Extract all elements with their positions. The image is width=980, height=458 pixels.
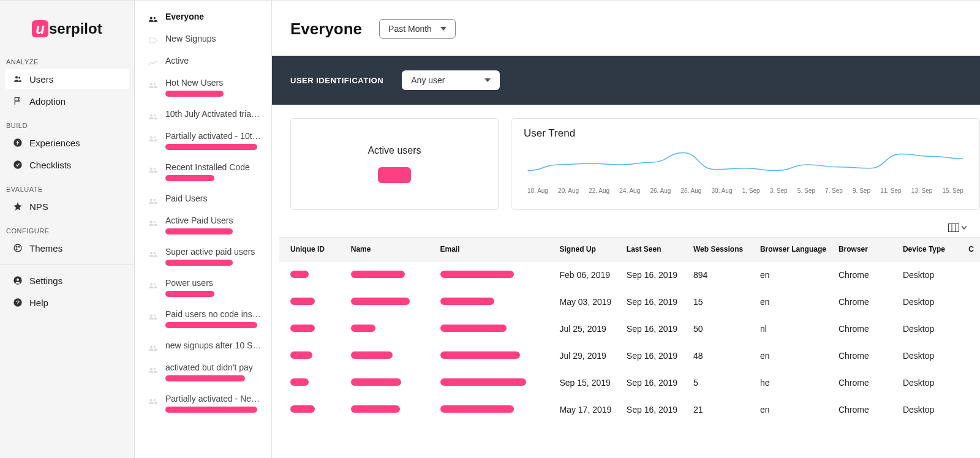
main-content: Everyone Past Month USER IDENTIFICATION … — [272, 1, 980, 458]
user-trend-card: User Trend 18. Aug20. Aug22. Aug24. Aug2… — [511, 118, 980, 210]
segment-item[interactable]: Power users — [135, 272, 271, 303]
x-tick: 3. Sep — [770, 187, 788, 194]
nav-item-adoption[interactable]: Adoption — [5, 91, 129, 111]
last-seen-cell: Sep 16, 2019 — [620, 315, 687, 342]
segment-icon — [148, 218, 158, 224]
chevron-down-icon — [440, 27, 447, 31]
segment-icon — [148, 312, 158, 318]
bolt-icon — [12, 137, 23, 148]
segment-label: New Signups — [165, 34, 262, 43]
table-row[interactable]: May 17, 2019 Sep 16, 2019 21 en Chrome D… — [279, 396, 980, 423]
browser-language-cell: en — [754, 396, 832, 423]
device-type-cell: Desktop — [897, 315, 962, 342]
segment-item[interactable]: Paid users no code installed — [135, 303, 271, 334]
segment-item[interactable]: Hot New Users — [135, 72, 271, 103]
table-header-cell[interactable]: Signed Up — [554, 238, 620, 261]
table-row[interactable]: Jul 29, 2019 Sep 16, 2019 48 en Chrome D… — [279, 342, 980, 369]
filter-bar: USER IDENTIFICATION Any user — [272, 56, 980, 105]
segment-item[interactable]: New Signups — [135, 28, 271, 50]
users-table-wrap[interactable]: Unique IDNameEmailSigned UpLast SeenWeb … — [272, 237, 980, 423]
redacted-cell — [440, 298, 494, 305]
x-tick: 7. Sep — [825, 187, 843, 194]
segment-label: Hot New Users — [165, 78, 262, 88]
table-header-cell[interactable]: C — [962, 238, 980, 261]
segment-item[interactable]: Super active paid users — [135, 241, 271, 272]
segment-item[interactable]: 10th July Activated trialists — [135, 103, 271, 125]
trend-x-axis: 18. Aug20. Aug22. Aug24. Aug26. Aug28. A… — [524, 187, 967, 194]
signed-up-cell: Feb 06, 2019 — [554, 261, 620, 289]
browser-cell: Chrome — [832, 315, 897, 342]
nav-section-analyze: ANALYZE — [0, 54, 134, 68]
date-range-dropdown[interactable]: Past Month — [379, 19, 456, 39]
browser-cell: Chrome — [832, 288, 897, 315]
logo-text: serpilot — [49, 20, 102, 37]
web-sessions-cell: 15 — [687, 288, 754, 315]
table-row[interactable]: Sep 15, 2019 Sep 16, 2019 5 he Chrome De… — [279, 369, 980, 396]
redacted-cell — [351, 351, 393, 359]
svg-point-27 — [154, 252, 156, 254]
segment-item[interactable]: Partially activated - 10th Jul... — [135, 125, 271, 156]
segment-item[interactable]: new signups after 10 Septe... — [135, 334, 271, 356]
table-header-cell[interactable]: Email — [434, 238, 554, 261]
user-identification-dropdown[interactable]: Any user — [402, 70, 500, 90]
browser-language-cell: en — [754, 288, 832, 315]
x-tick: 24. Aug — [619, 187, 640, 194]
check-circle-icon — [12, 159, 23, 170]
active-users-value-redacted — [378, 167, 411, 183]
last-seen-cell: Sep 16, 2019 — [620, 342, 687, 369]
flag-icon — [12, 96, 23, 107]
segment-item[interactable]: activated but didn't pay — [135, 356, 271, 388]
segment-item[interactable]: Paid Users — [135, 187, 271, 209]
nav-label: Experiences — [29, 138, 80, 148]
segment-label: Super active paid users — [165, 247, 262, 257]
star-icon — [12, 201, 23, 212]
date-range-value: Past Month — [388, 24, 432, 34]
user-circle-icon — [12, 275, 23, 286]
nav-item-themes[interactable]: Themes — [5, 238, 129, 258]
table-header-cell[interactable]: Unique ID — [279, 238, 345, 261]
segment-item[interactable]: Everyone — [135, 6, 271, 28]
browser-language-cell: he — [754, 369, 832, 396]
nav-item-experiences[interactable]: Experiences — [5, 133, 129, 152]
segment-label: Partially activated - Never su... — [165, 394, 262, 404]
segment-icon — [148, 58, 158, 64]
segment-item[interactable]: Recent Installed Code — [135, 156, 271, 187]
svg-point-5 — [16, 246, 17, 247]
svg-point-21 — [154, 168, 156, 170]
filter-label: USER IDENTIFICATION — [290, 76, 383, 85]
filter-value: Any user — [411, 75, 445, 85]
svg-point-16 — [150, 114, 153, 116]
svg-point-24 — [150, 220, 153, 223]
table-header-cell[interactable]: Name — [345, 238, 434, 261]
table-row[interactable]: Feb 06, 2019 Sep 16, 2019 894 en Chrome … — [279, 261, 980, 289]
web-sessions-cell: 894 — [687, 261, 754, 289]
table-header-row: Unique IDNameEmailSigned UpLast SeenWeb … — [279, 238, 980, 261]
nav-item-settings[interactable]: Settings — [5, 271, 129, 290]
columns-toggle[interactable] — [948, 223, 967, 232]
svg-point-1 — [18, 77, 20, 78]
table-header-cell[interactable]: Web Sessions — [687, 238, 754, 261]
redacted-cell — [290, 325, 315, 332]
nav-label: Themes — [29, 243, 62, 253]
nav-item-users[interactable]: Users — [5, 69, 129, 89]
table-header-cell[interactable]: Browser — [832, 238, 897, 261]
trend-line-chart — [524, 142, 967, 185]
nav-item-help[interactable]: ? Help — [5, 293, 129, 312]
svg-point-4 — [14, 244, 21, 252]
segment-item[interactable]: Active — [135, 50, 271, 72]
segment-item[interactable]: Partially activated - Never su... — [135, 388, 271, 419]
segment-icon — [148, 343, 158, 349]
table-header-cell[interactable]: Device Type — [897, 238, 962, 261]
segment-icon — [148, 280, 158, 287]
table-row[interactable]: Jul 25, 2019 Sep 16, 2019 50 nl Chrome D… — [279, 315, 980, 342]
table-header-cell[interactable]: Browser Language — [754, 238, 832, 261]
last-seen-cell: Sep 16, 2019 — [620, 261, 687, 289]
nav-item-nps[interactable]: NPS — [5, 197, 129, 216]
table-header-cell[interactable]: Last Seen — [620, 238, 687, 261]
table-body: Feb 06, 2019 Sep 16, 2019 894 en Chrome … — [279, 261, 980, 424]
segment-item[interactable]: Active Paid Users — [135, 209, 271, 241]
table-row[interactable]: May 03, 2019 Sep 16, 2019 15 en Chrome D… — [279, 288, 980, 315]
svg-point-28 — [150, 283, 153, 285]
nav-item-checklists[interactable]: Checklists — [5, 155, 129, 175]
segment-icon — [148, 80, 158, 86]
